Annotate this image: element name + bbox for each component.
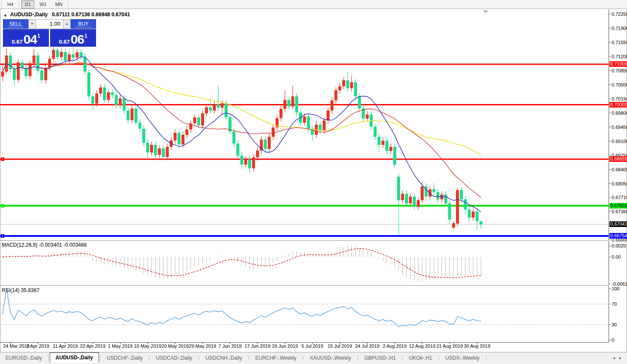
date-tick-label: 21 Aug 2019 — [434, 343, 465, 349]
date-tick-label: 12 Aug 2019 — [406, 343, 438, 349]
price-tick-label: 0.68050 — [612, 181, 627, 186]
date-tick-label: 26 Jun 2019 — [269, 343, 301, 349]
date-tick-label: 7 Jun 2019 — [214, 343, 246, 349]
panel-separator-macd-hl — [0, 241, 609, 241]
tab-eurchf-weekly[interactable]: EURCHF-,Weekly — [249, 354, 302, 363]
buy-price-small: 0.67 — [59, 39, 69, 45]
price-tick-label: 0.70150 — [612, 96, 627, 101]
sell-price-big: 04 — [24, 34, 37, 45]
chart-symbol-period: AUDUSD-,Daily — [10, 12, 48, 18]
one-click-trade-panel: SELL ▼ 1.00 ▲ BUY 0.67 04 1 0.67 06 1 — [3, 19, 96, 47]
timeframe-button-h4[interactable]: H4 — [4, 0, 17, 9]
date-tick-label: 5 Jul 2019 — [297, 343, 328, 349]
sell-price-small: 0.67 — [12, 39, 22, 45]
level-price-label: 0.71005 — [609, 61, 627, 67]
rsi-indicator-label: RSI(14) 35.8367 — [2, 287, 39, 293]
chart-window — [0, 9, 627, 352]
price-tick-label: 0.70850 — [612, 68, 627, 73]
chart-tab-bar: EURUSD-,Daily|AUDUSD-,Daily|USDCHF-,Dail… — [0, 352, 627, 363]
timeframe-button-mn[interactable]: MN — [52, 0, 66, 9]
level-price-label: 0.68655 — [609, 156, 627, 162]
chart-ohlc-values: 0.67111 0.67136 0.66948 0.67041 — [52, 12, 130, 18]
rsi-tick-label: 30 — [612, 322, 617, 327]
tab-xauusd-weekly[interactable]: XAUUSD-,Weekly — [304, 354, 357, 363]
date-tick-label: 30 Aug 2019 — [461, 343, 493, 349]
date-tick-label: 29 May 2019 — [187, 343, 219, 349]
price-tick-label: 0.68400 — [612, 167, 627, 172]
price-tick-label: 0.71550 — [612, 40, 627, 45]
date-tick-label: 17 Jun 2019 — [242, 343, 273, 349]
tab-scroll-left-icon[interactable]: ◂ — [611, 355, 617, 360]
volume-decrease-button[interactable]: ▼ — [28, 19, 36, 29]
timeframe-toolbar: H4D1W1MN — [0, 0, 627, 9]
date-tick-label: 10 May 2019 — [132, 343, 164, 349]
date-tick-label: 15 Jul 2019 — [324, 343, 356, 349]
timeframe-button-d1[interactable]: D1 — [21, 0, 34, 9]
rsi-tick-label: 100 — [612, 286, 619, 291]
tab-audusd-daily[interactable]: AUDUSD-,Daily — [50, 352, 99, 363]
price-axis-line — [609, 9, 609, 342]
spinner-up-icon: ▲ — [65, 22, 69, 26]
tab-usdchf-daily[interactable]: USDCHF-,Daily — [101, 354, 148, 363]
date-tick-label: 20 May 2019 — [159, 343, 191, 349]
tab-gbpusd-h1[interactable]: GBPUSD-,H1 — [359, 354, 401, 363]
price-tick-label: 0.67360 — [612, 209, 627, 214]
buy-button[interactable]: BUY — [71, 19, 96, 29]
price-tick-label: 0.67710 — [612, 195, 627, 200]
macd-tick-label: 0.00 — [612, 254, 621, 260]
level-price-label: 0.66754 — [609, 233, 627, 239]
sell-price-box[interactable]: 0.67 04 1 — [3, 29, 49, 47]
macd-indicator-label: MACD(12,26,9) -0.003401 -0.003488 — [2, 242, 87, 248]
price-tick-label: 0.71200 — [612, 54, 627, 59]
date-tick-label: 1 May 2019 — [105, 343, 136, 349]
volume-increase-button[interactable]: ▲ — [63, 19, 71, 29]
tab-usdx-weekly[interactable]: USDX-,Weekly — [440, 354, 485, 363]
timeframe-button-w1[interactable]: W1 — [36, 0, 50, 9]
date-tick-label: 22 Apr 2019 — [77, 343, 108, 349]
date-tick-label: 2 Aug 2019 — [379, 343, 411, 349]
chart-title: ▲ AUDUSD-,Daily 0.67111 0.67136 0.66948 … — [3, 12, 130, 18]
panel-separator-rsi-hl — [0, 286, 609, 286]
volume-input[interactable]: 1.00 — [36, 19, 63, 29]
rsi-tick-label: 0 — [612, 337, 614, 343]
tab-eurusd-daily[interactable]: EURUSD-,Daily — [0, 354, 48, 363]
date-tick-label: 24 Jul 2019 — [351, 343, 383, 349]
symbol-marker-icon: ▲ — [3, 13, 7, 17]
rsi-tick-label: 70 — [612, 301, 617, 307]
date-tick-label: 2 Apr 2019 — [22, 343, 54, 349]
tab-usdcnh-daily[interactable]: USDCNH-,Daily — [200, 354, 247, 363]
sell-button[interactable]: SELL — [3, 19, 28, 29]
price-tick-label: 0.71900 — [612, 26, 627, 31]
price-tick-label: 0.72250 — [612, 12, 627, 17]
chart-shift-marker-icon[interactable] — [483, 10, 489, 13]
buy-price-sup: 1 — [84, 30, 87, 42]
price-tick-label: 0.70500 — [612, 82, 627, 87]
buy-price-big: 06 — [71, 34, 84, 45]
tab-ukoil-h1[interactable]: UKOil-,H1 — [403, 354, 438, 363]
price-tick-label: 0.69800 — [612, 110, 627, 116]
date-tick-label: 11 Apr 2019 — [49, 343, 81, 349]
spinner-down-icon: ▼ — [30, 22, 34, 26]
level-price-label: 0.67501 — [609, 203, 627, 209]
tab-separator: | — [485, 355, 487, 360]
macd-tick-label: 0.002574 — [612, 243, 627, 248]
price-tick-label: 0.69450 — [612, 125, 627, 130]
sell-price-sup: 1 — [37, 30, 40, 42]
tab-scroll-right-icon[interactable]: ▸ — [617, 355, 624, 360]
price-tick-label: 0.69100 — [612, 139, 627, 144]
tab-usdcad-daily[interactable]: USDCAD-,Daily — [150, 354, 198, 363]
current-price-label: 0.67041 — [609, 221, 627, 227]
time-axis-line — [0, 342, 609, 343]
level-price-label: 0.70002 — [609, 102, 627, 107]
buy-price-box[interactable]: 0.67 06 1 — [50, 29, 96, 47]
